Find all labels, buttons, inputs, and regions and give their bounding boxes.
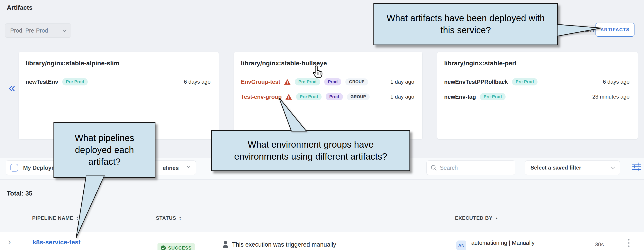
environment-name[interactable]: newTestEnv (26, 79, 58, 85)
artifact-title: library/nginx:stable-alpine-slim (26, 60, 120, 67)
execution-duration: 30s (595, 242, 604, 248)
callout-pipelines-question: What pipelines deployed each artifact? (54, 122, 156, 178)
chevron-down-icon[interactable] (187, 164, 190, 168)
environment-row: EnvGroup-test Pre-Prod Prod GROUP 1 day … (241, 77, 414, 87)
column-label: PIPELINE NAME (32, 215, 74, 221)
user-icon (222, 241, 229, 249)
search-icon (430, 164, 437, 171)
preprod-badge: Pre-Prod (295, 78, 320, 85)
status-badge: SUCCESS (158, 243, 195, 250)
column-label: STATUS (156, 215, 176, 221)
preprod-badge: Pre-Prod (480, 93, 505, 100)
callout-artifacts-question: What artifacts have been deployed with t… (374, 3, 558, 45)
artifact-title-link[interactable]: library/nginx:stable-bullseye (241, 60, 327, 67)
trigger-info: This execution was triggered manually (222, 241, 336, 249)
column-header-executed-by[interactable]: EXECUTED BY ▲ (455, 215, 498, 221)
column-header-pipeline-name[interactable]: PIPELINE NAME ▲▼ (32, 215, 79, 221)
deploy-time: 6 days ago (603, 79, 630, 85)
group-badge: GROUP (347, 93, 370, 100)
tab-artifacts[interactable]: ARTIFACTS (596, 23, 634, 37)
pipeline-name-link[interactable]: k8s-service-test (33, 239, 81, 246)
sort-icon[interactable]: ▲▼ (76, 216, 79, 220)
prod-badge: Prod (326, 93, 342, 100)
chevron-down-icon (63, 28, 66, 32)
pipelines-dropdown-label: elines (163, 165, 179, 171)
artifact-card: library/nginx:stable-bullseye EnvGroup-t… (234, 52, 422, 139)
collapse-panel-icon[interactable]: « (8, 82, 15, 94)
environment-row: newEnvTestPPRollback Pre-Prod 6 days ago (444, 77, 630, 87)
artifact-card: library/nginx:stable-perl newEnvTestPPRo… (437, 52, 638, 139)
search-box (426, 160, 515, 175)
environment-name[interactable]: newEnvTestPPRollback (444, 79, 508, 85)
preprod-badge: Pre-Prod (512, 78, 538, 85)
filter-settings-icon[interactable] (632, 162, 641, 171)
environment-type-dropdown[interactable]: Prod, Pre-Prod (5, 23, 71, 37)
environment-row: Test-env-group Pre-Prod Prod GROUP 1 day… (241, 92, 414, 102)
callout-envgroups-question: What environment groups have environment… (211, 130, 410, 171)
environment-name[interactable]: newEnv-tag (444, 94, 476, 100)
avatar: AN (456, 241, 466, 250)
sort-icon[interactable]: ▲▼ (179, 216, 182, 220)
environment-name[interactable]: EnvGroup-test (241, 79, 280, 85)
group-badge: GROUP (345, 78, 368, 85)
saved-filter-dropdown[interactable]: Select a saved filter (525, 160, 620, 175)
row-expander-icon[interactable]: › (8, 238, 11, 246)
row-menu-icon[interactable] (628, 239, 630, 247)
tab-environments[interactable]: ENVIRONMENTS (557, 27, 599, 33)
sort-ascending-icon[interactable]: ▲ (495, 216, 498, 220)
preprod-badge: Pre-Prod (296, 93, 322, 100)
deploy-time: 1 day ago (390, 79, 414, 85)
executed-by-text: automation ng | Manually (471, 240, 534, 246)
my-deployments-checkbox[interactable] (10, 164, 18, 172)
preprod-badge: Pre-Prod (62, 78, 88, 85)
prod-badge: Prod (324, 78, 341, 85)
page-title: Artifacts (7, 4, 33, 11)
deploy-time: 1 day ago (390, 94, 414, 100)
chevron-down-icon (611, 165, 615, 169)
environment-row: newEnv-tag Pre-Prod 23 minutes ago (444, 92, 630, 102)
deploy-time: 6 days ago (184, 79, 210, 85)
total-count: Total: 35 (7, 190, 32, 197)
search-input[interactable] (440, 165, 508, 171)
warning-icon (284, 79, 291, 85)
status-label: SUCCESS (168, 246, 192, 250)
environment-row: newTestEnv Pre-Prod 6 days ago (26, 77, 210, 87)
success-check-icon (161, 245, 166, 250)
environment-type-value: Prod, Pre-Prod (10, 27, 48, 34)
column-label: EXECUTED BY (455, 215, 492, 221)
saved-filter-placeholder: Select a saved filter (530, 165, 581, 171)
environment-name[interactable]: Test-env-group (241, 94, 282, 100)
warning-icon (285, 94, 292, 100)
trigger-text: This execution was triggered manually (232, 241, 336, 248)
column-header-status[interactable]: STATUS ▲▼ (156, 215, 182, 221)
artifact-title: library/nginx:stable-perl (444, 60, 516, 67)
deploy-time: 23 minutes ago (592, 94, 630, 100)
